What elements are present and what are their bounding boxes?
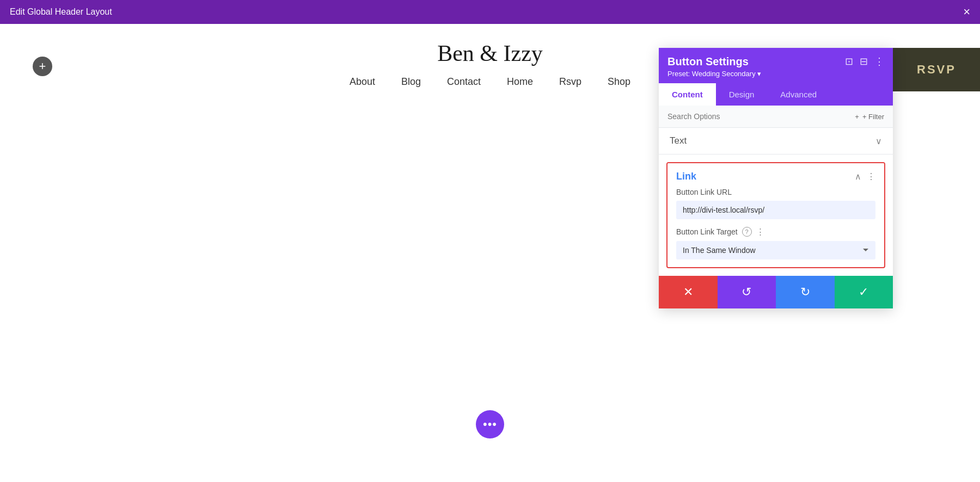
panel-preset: Preset: Wedding Secondary ▾ <box>667 70 761 78</box>
link-section-actions: ∧ ⋮ <box>855 171 875 182</box>
text-chevron-icon: ∨ <box>875 136 882 146</box>
panel-tab-bar: Content Design Advanced <box>659 83 893 106</box>
panel-split-icon[interactable]: ⊟ <box>860 55 868 67</box>
tab-design[interactable]: Design <box>716 83 768 106</box>
window-title: Edit Global Header Layout <box>10 7 112 17</box>
filter-button[interactable]: + + Filter <box>855 113 884 121</box>
canvas-area: + Ben & Izzy About Blog Contact Home Rsv… <box>0 24 980 482</box>
panel-header-actions: ⊡ ⊟ ⋮ <box>845 55 884 67</box>
save-icon: ✓ <box>859 285 868 299</box>
nav-item-rsvp[interactable]: Rsvp <box>559 76 581 88</box>
panel-body: + + Filter Text ∨ Link ∧ ⋮ <box>659 106 893 276</box>
search-bar: + + Filter <box>659 106 893 128</box>
save-button[interactable]: ✓ <box>835 276 893 308</box>
link-section: Link ∧ ⋮ Button Link URL Button Link Tar… <box>666 162 885 268</box>
preset-text: Preset: Wedding Secondary <box>667 70 756 78</box>
close-button[interactable]: × <box>963 6 970 18</box>
search-input[interactable] <box>667 112 855 121</box>
tab-content[interactable]: Content <box>659 83 716 106</box>
preset-chevron-icon: ▾ <box>757 70 761 78</box>
panel-fullscreen-icon[interactable]: ⊡ <box>845 55 853 67</box>
panel-footer: ✕ ↺ ↻ ✓ <box>659 276 893 308</box>
cancel-icon: ✕ <box>683 285 693 299</box>
undo-button[interactable]: ↺ <box>718 276 776 308</box>
settings-panel: Button Settings Preset: Wedding Secondar… <box>659 48 893 308</box>
plus-icon: + <box>39 59 46 73</box>
filter-label: + Filter <box>862 113 884 121</box>
cancel-button[interactable]: ✕ <box>659 276 718 308</box>
rsvp-preview-button[interactable]: RSVP <box>893 48 980 91</box>
target-field-group: Button Link Target ? ⋮ In The Same Windo… <box>667 227 884 267</box>
url-field-label: Button Link URL <box>676 188 875 196</box>
text-section-label: Text <box>670 135 687 146</box>
dots-menu-button[interactable]: ••• <box>476 410 504 438</box>
dots-icon: ••• <box>483 417 497 431</box>
url-input[interactable] <box>676 201 875 219</box>
link-section-title: Link <box>676 171 696 182</box>
tab-advanced[interactable]: Advanced <box>767 83 830 106</box>
link-chevron-icon[interactable]: ∧ <box>855 171 861 182</box>
panel-more-icon[interactable]: ⋮ <box>874 55 884 67</box>
text-section[interactable]: Text ∨ <box>659 128 893 155</box>
link-more-icon[interactable]: ⋮ <box>867 171 875 182</box>
nav-item-about[interactable]: About <box>350 76 375 88</box>
nav-item-shop[interactable]: Shop <box>608 76 630 88</box>
url-field-group: Button Link URL <box>667 188 884 227</box>
nav-item-contact[interactable]: Contact <box>447 76 481 88</box>
help-icon[interactable]: ? <box>742 227 752 237</box>
redo-icon: ↻ <box>800 285 810 299</box>
top-bar: Edit Global Header Layout × <box>0 0 980 24</box>
filter-plus-icon: + <box>855 113 859 121</box>
undo-icon: ↺ <box>742 285 751 299</box>
panel-header: Button Settings Preset: Wedding Secondar… <box>659 48 893 83</box>
add-element-button[interactable]: + <box>33 57 52 76</box>
redo-button[interactable]: ↻ <box>776 276 835 308</box>
panel-title: Button Settings <box>667 55 761 68</box>
target-label-row: Button Link Target ? ⋮ <box>676 227 875 237</box>
link-section-header: Link ∧ ⋮ <box>667 163 884 188</box>
nav-item-blog[interactable]: Blog <box>401 76 421 88</box>
target-more-icon[interactable]: ⋮ <box>756 227 764 237</box>
target-field-label: Button Link Target <box>676 227 738 236</box>
nav-item-home[interactable]: Home <box>507 76 533 88</box>
target-select[interactable]: In The Same Window In The New Tab <box>676 241 875 259</box>
panel-header-left: Button Settings Preset: Wedding Secondar… <box>667 55 761 78</box>
